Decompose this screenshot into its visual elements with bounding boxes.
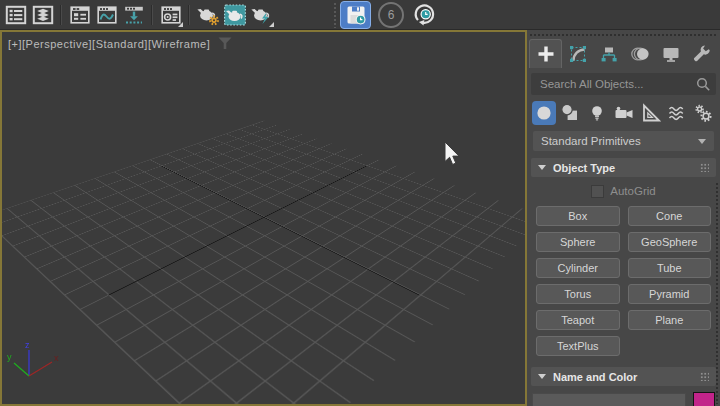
axis-y-label: y (7, 352, 12, 362)
cameras-icon (613, 102, 635, 124)
viewport-label[interactable]: [+][Perspective][Standard][Wireframe] (8, 38, 210, 50)
scene-explorer-icon[interactable] (2, 1, 29, 28)
autobackup-clock-icon[interactable] (412, 1, 439, 28)
primitives-dropdown[interactable]: Standard Primitives (533, 131, 714, 151)
viewport-filter-icon[interactable] (218, 37, 232, 50)
layer-explorer-icon[interactable] (29, 1, 56, 28)
category-shapes[interactable] (559, 101, 583, 125)
autosave-countdown-badge: 6 (378, 2, 404, 28)
utilities-wrench-icon (691, 43, 713, 65)
rollout-grip-icon (700, 163, 709, 172)
category-geometry[interactable] (532, 101, 556, 125)
schematic-view-icon[interactable] (120, 1, 147, 28)
tab-motion[interactable] (624, 40, 655, 68)
dropdown-value: Standard Primitives (541, 135, 641, 147)
name-and-color-header[interactable]: Name and Color (531, 367, 716, 386)
geometry-sphere-icon (533, 102, 555, 124)
axis-x-label: x (54, 353, 59, 363)
lights-bulb-icon (586, 102, 608, 124)
rollout-open-icon (538, 165, 546, 170)
pyramid-button[interactable]: Pyramid (628, 284, 712, 304)
toolbar-separator (188, 5, 190, 25)
category-space-warps[interactable] (665, 101, 689, 125)
autosave-button[interactable] (340, 1, 371, 29)
autogrid-label: AutoGrid (610, 185, 655, 197)
rendered-frame-window-icon[interactable] (221, 1, 248, 28)
save-clock-icon (344, 3, 368, 27)
ribbon-toggle-icon[interactable] (66, 1, 93, 28)
rollout-title: Name and Color (553, 371, 637, 383)
geosphere-button[interactable]: GeoSphere (628, 232, 712, 252)
plane-button[interactable]: Plane (628, 310, 712, 330)
toolbar-separator (60, 5, 62, 25)
object-type-header[interactable]: Object Type (531, 158, 716, 177)
autogrid-row: AutoGrid (535, 184, 712, 198)
tube-button[interactable]: Tube (628, 258, 712, 278)
sphere-button[interactable]: Sphere (536, 232, 620, 252)
rollout-open-icon (538, 374, 546, 379)
hierarchy-icon (598, 43, 620, 65)
panel-drag-handle[interactable] (529, 33, 718, 37)
tab-create[interactable] (529, 39, 562, 68)
rollout-grip-icon (700, 372, 709, 381)
object-type-rollout: Object Type AutoGrid Box Cone Sphere Geo… (531, 158, 716, 360)
object-type-body: AutoGrid Box Cone Sphere GeoSphere Cylin… (531, 177, 716, 360)
modify-icon (567, 43, 589, 65)
search-input[interactable] (538, 77, 694, 91)
category-helpers[interactable] (638, 101, 662, 125)
autogrid-checkbox[interactable] (591, 185, 604, 198)
toolbar-separator (151, 5, 153, 25)
create-plus-icon (535, 43, 557, 65)
countdown-value: 6 (388, 8, 395, 22)
curve-editor-icon[interactable] (93, 1, 120, 28)
tab-modify[interactable] (562, 40, 593, 68)
material-editor-icon[interactable] (157, 1, 184, 28)
display-icon (660, 43, 682, 65)
tab-utilities[interactable] (686, 40, 717, 68)
object-color-swatch[interactable] (693, 392, 715, 406)
tab-display[interactable] (655, 40, 686, 68)
torus-button[interactable]: Torus (536, 284, 620, 304)
primitive-buttons: Box Cone Sphere GeoSphere Cylinder Tube … (535, 206, 712, 356)
teapot-button[interactable]: Teapot (536, 310, 620, 330)
axis-z-label: z (25, 340, 30, 350)
space-warps-icon (666, 102, 688, 124)
motion-icon (629, 43, 651, 65)
flyout-arrow (269, 22, 274, 27)
panel-scroll-gutter[interactable] (715, 182, 719, 404)
search-bar (531, 73, 716, 95)
tab-hierarchy[interactable] (593, 40, 624, 68)
category-cameras[interactable] (612, 101, 636, 125)
cylinder-button[interactable]: Cylinder (536, 258, 620, 278)
world-axis-tripod: z y x (4, 340, 68, 388)
toolbar-drag-handle[interactable] (333, 2, 337, 28)
app-window: 6 [+][Perspective][Standard][Wireframe] (0, 0, 720, 406)
cone-button[interactable]: Cone (628, 206, 712, 226)
viewport[interactable]: [+][Perspective][Standard][Wireframe] z … (0, 30, 527, 406)
render-setup-icon[interactable] (194, 1, 221, 28)
render-production-icon[interactable] (248, 1, 275, 28)
systems-gears-icon (692, 102, 714, 124)
name-and-color-body (531, 386, 716, 406)
search-icon[interactable] (694, 75, 712, 93)
category-lights[interactable] (585, 101, 609, 125)
chevron-down-icon (698, 139, 706, 144)
command-panel: Standard Primitives Object Type AutoGrid… (527, 30, 720, 406)
command-panel-tabs (527, 38, 720, 68)
object-name-input[interactable] (532, 393, 686, 406)
box-button[interactable]: Box (536, 206, 620, 226)
create-categories (527, 99, 720, 128)
helpers-setsquare-icon (639, 102, 661, 124)
main-toolbar: 6 (0, 0, 720, 30)
rollout-title: Object Type (553, 162, 615, 174)
category-systems[interactable] (691, 101, 715, 125)
mouse-cursor (443, 141, 463, 169)
textplus-button[interactable]: TextPlus (536, 336, 620, 356)
name-and-color-rollout: Name and Color (531, 367, 716, 406)
flyout-arrow (178, 22, 183, 27)
shapes-icon (559, 102, 581, 124)
home-grid-axes (17, 129, 512, 406)
